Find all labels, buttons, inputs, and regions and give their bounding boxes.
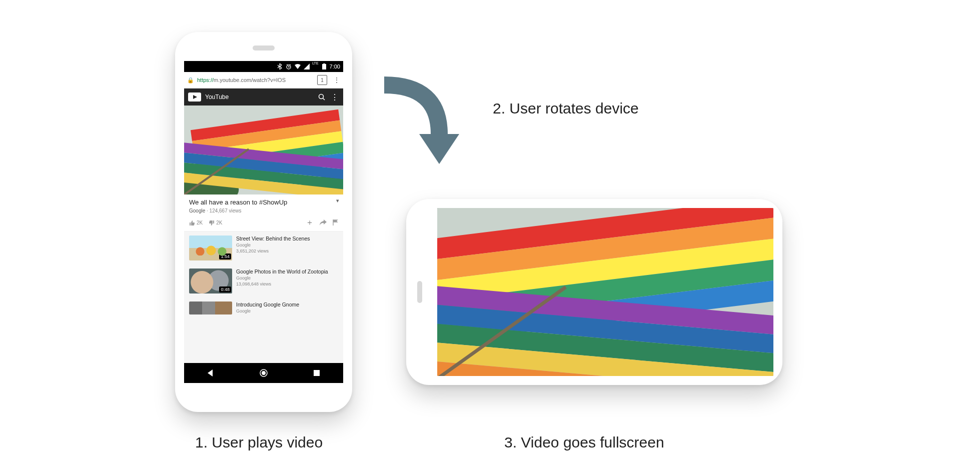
rec-title: Google Photos in the World of Zootopia [236,268,328,274]
browser-menu-icon[interactable]: ⋮ [330,76,343,84]
video-actions: 2K 2K ＋ [189,218,338,228]
expand-description-icon[interactable]: ▾ [336,198,339,204]
phone-landscape [406,199,782,385]
recommendation-item[interactable]: 0:48 Google Photos in the World of Zooto… [184,264,343,298]
phone-portrait: LTE 7:00 🔒 https://m.youtube.com/watch?v… [175,32,352,412]
phone-speaker [417,281,422,303]
diagram-stage: 2. User rotates device LTE 7:00 🔒 [0,0,980,471]
svg-point-22 [262,371,266,375]
video-thumbnail: 1:54 [189,236,232,260]
youtube-header: YouTube ⋮ [184,88,343,106]
dislike-button[interactable]: 2K [209,220,222,226]
wifi-icon [294,63,301,70]
video-thumbnail [189,302,232,314]
caption-step-2: 2. User rotates device [493,100,639,117]
duration-badge: 0:48 [219,286,231,292]
tab-switcher-button[interactable]: 1 [317,75,327,85]
caption-step-3: 3. Video goes fullscreen [504,434,664,451]
recommendation-item[interactable]: 1:54 Street View: Behind the Scenes Goog… [184,232,343,264]
recommendation-list[interactable]: 1:54 Street View: Behind the Scenes Goog… [184,232,343,363]
svg-marker-0 [419,134,459,164]
video-frame-image [184,106,343,194]
video-thumbnail: 0:48 [189,268,232,294]
phone-speaker [253,46,275,50]
duration-badge: 1:54 [219,254,231,260]
svg-marker-20 [208,370,213,376]
rotate-arrow-icon [369,75,469,175]
youtube-logo-icon[interactable] [188,92,201,102]
bluetooth-icon [276,63,283,70]
video-player[interactable] [184,106,343,194]
video-info-panel: ▾ We all have a reason to #ShowUp Google… [184,194,343,232]
android-nav-bar [184,363,343,383]
view-count: 124,667 views [210,208,242,214]
rec-title: Introducing Google Gnome [236,302,299,308]
battery-icon [321,63,328,70]
svg-marker-4 [193,95,197,99]
search-icon[interactable] [317,92,326,102]
flag-icon[interactable] [333,220,338,226]
like-button[interactable]: 2K [189,220,203,226]
rec-title: Street View: Behind the Scenes [236,236,310,242]
alarm-icon [285,63,292,70]
phone-screen: LTE 7:00 🔒 https://m.youtube.com/watch?v… [184,61,343,383]
share-icon[interactable] [320,220,327,226]
rec-channel: Google [236,308,299,314]
rec-views: 3,651,202 views [236,248,310,254]
rec-channel: Google [236,276,328,280]
tab-count: 1 [321,78,324,83]
svg-rect-23 [314,370,320,376]
nav-recents-icon[interactable] [311,368,322,378]
android-status-bar: LTE 7:00 [184,61,343,72]
url-text: https://m.youtube.com/watch?v=IOS [197,77,314,83]
rec-channel: Google [236,242,310,248]
video-subline: Google · 124,667 views [189,208,338,214]
channel-name[interactable]: Google [189,208,205,214]
video-frame-image [437,208,773,376]
fullscreen-video[interactable] [437,208,773,376]
svg-rect-2 [322,64,326,70]
rec-views: 13,098,648 views [236,282,328,286]
caption-step-1: 1. User plays video [195,434,323,451]
recommendation-item[interactable]: Introducing Google Gnome Google [184,298,343,314]
status-time: 7:00 [330,64,340,70]
svg-rect-3 [323,64,325,64]
network-type-label: LTE [312,62,318,65]
add-to-icon[interactable]: ＋ [306,218,314,228]
cell-signal-icon [303,63,310,70]
browser-url-bar[interactable]: 🔒 https://m.youtube.com/watch?v=IOS 1 ⋮ [184,72,343,88]
nav-home-icon[interactable] [258,368,269,378]
lock-icon: 🔒 [187,77,194,84]
svg-line-6 [323,98,325,100]
nav-back-icon[interactable] [205,368,216,378]
youtube-menu-icon[interactable]: ⋮ [330,92,339,102]
svg-point-5 [319,94,324,99]
video-title: We all have a reason to #ShowUp [189,198,338,206]
youtube-brand-label: YouTube [205,94,229,100]
